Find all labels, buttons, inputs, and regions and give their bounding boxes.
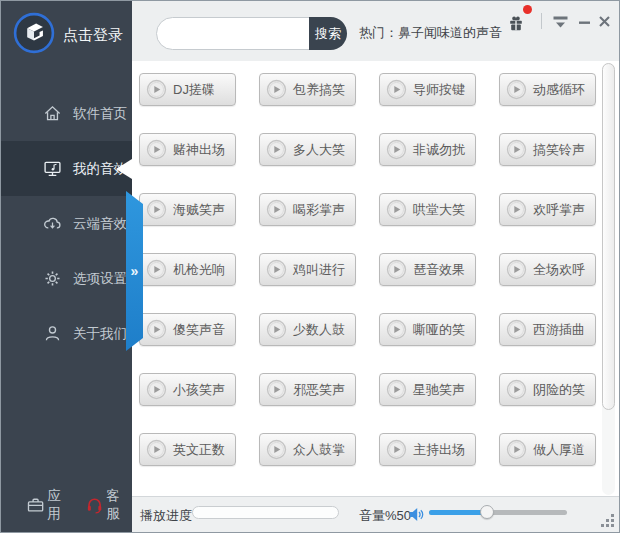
sound-button-label: 少数人鼓 — [293, 321, 345, 339]
sound-button-label: 赌神出场 — [173, 141, 225, 159]
close-icon[interactable] — [598, 15, 611, 28]
sound-button-label: 非诚勿扰 — [413, 141, 465, 159]
sound-button-label: DJ搓碟 — [173, 81, 215, 99]
footer-item-label: 客服 — [106, 487, 132, 523]
sound-button-label: 鸡叫进行 — [293, 261, 345, 279]
sound-button-label: 机枪光响 — [173, 261, 225, 279]
scrollbar-thumb[interactable] — [602, 63, 615, 410]
sidebar-item-0[interactable]: 软件首页 — [1, 86, 132, 141]
sound-button-18[interactable]: 嘶哑的笑 — [379, 313, 476, 346]
footer-item-service[interactable]: 客服 — [85, 487, 132, 523]
sound-button-8[interactable]: 海贼笑声 — [139, 193, 236, 226]
sound-button-16[interactable]: 傻笑声音 — [139, 313, 236, 346]
play-icon — [506, 79, 527, 100]
sound-button-27[interactable]: 做人厚道 — [499, 433, 596, 466]
sound-button-22[interactable]: 星驰笑声 — [379, 373, 476, 406]
playback-progress-bar[interactable] — [192, 506, 339, 519]
sound-button-5[interactable]: 多人大笑 — [259, 133, 356, 166]
sidebar-item-label: 云端音效 — [73, 215, 127, 233]
main-menu-icon[interactable] — [553, 16, 568, 29]
sound-button-12[interactable]: 机枪光响 — [139, 253, 236, 286]
play-icon — [146, 139, 167, 160]
sound-button-label: 主持出场 — [413, 441, 465, 459]
sound-button-7[interactable]: 搞笑铃声 — [499, 133, 596, 166]
sidebar-item-label: 软件首页 — [73, 105, 127, 123]
sound-button-14[interactable]: 琶音效果 — [379, 253, 476, 286]
play-icon — [506, 379, 527, 400]
sound-button-20[interactable]: 小孩笑声 — [139, 373, 236, 406]
volume-slider[interactable] — [429, 510, 567, 515]
sidebar-item-1[interactable]: 我的音效 — [1, 141, 132, 196]
sound-button-4[interactable]: 赌神出场 — [139, 133, 236, 166]
play-icon — [506, 259, 527, 280]
selected-item-notch — [116, 159, 132, 179]
sound-button-10[interactable]: 哄堂大笑 — [379, 193, 476, 226]
play-icon — [266, 259, 287, 280]
play-icon — [146, 79, 167, 100]
login-link[interactable]: 点击登录 — [63, 26, 123, 45]
search-box: 搜索 — [156, 17, 347, 50]
search-button[interactable]: 搜索 — [309, 17, 347, 50]
play-icon — [506, 319, 527, 340]
play-icon — [386, 139, 407, 160]
sound-button-label: 嘶哑的笑 — [413, 321, 465, 339]
play-icon — [266, 199, 287, 220]
app-logo[interactable] — [13, 12, 55, 54]
sound-button-label: 西游插曲 — [533, 321, 585, 339]
sound-button-label: 喝彩掌声 — [293, 201, 345, 219]
play-icon — [146, 439, 167, 460]
play-icon — [386, 79, 407, 100]
sound-button-24[interactable]: 英文正数 — [139, 433, 236, 466]
hot-keyword-link[interactable]: 热门：鼻子闻味道的声音 — [359, 24, 502, 42]
header: 搜索 热门：鼻子闻味道的声音 — [132, 1, 619, 61]
sound-button-15[interactable]: 全场欢呼 — [499, 253, 596, 286]
sound-button-3[interactable]: 动感循环 — [499, 73, 596, 106]
resize-grip[interactable] — [601, 514, 614, 527]
double-chevron-right-icon: » — [131, 264, 139, 278]
sound-button-label: 星驰笑声 — [413, 381, 465, 399]
sound-button-25[interactable]: 众人鼓掌 — [259, 433, 356, 466]
sound-button-23[interactable]: 阴险的笑 — [499, 373, 596, 406]
sound-button-label: 众人鼓掌 — [293, 441, 345, 459]
footer-item-apply[interactable]: 应用 — [26, 487, 73, 523]
play-icon — [146, 379, 167, 400]
sound-button-19[interactable]: 西游插曲 — [499, 313, 596, 346]
music-monitor-icon — [43, 159, 62, 178]
sound-button-1[interactable]: 包养搞笑 — [259, 73, 356, 106]
sound-button-label: 欢呼掌声 — [533, 201, 585, 219]
sound-button-21[interactable]: 邪恶笑声 — [259, 373, 356, 406]
search-input[interactable] — [171, 21, 310, 48]
play-icon — [386, 199, 407, 220]
volume-thumb[interactable] — [480, 505, 494, 519]
sidebar-item-3[interactable]: 选项设置 — [1, 251, 132, 306]
minimize-icon[interactable] — [578, 16, 591, 29]
sound-button-0[interactable]: DJ搓碟 — [139, 73, 236, 106]
sound-button-6[interactable]: 非诚勿扰 — [379, 133, 476, 166]
play-icon — [146, 199, 167, 220]
sound-button-label: 琶音效果 — [413, 261, 465, 279]
sound-button-11[interactable]: 欢呼掌声 — [499, 193, 596, 226]
play-icon — [146, 319, 167, 340]
play-icon — [506, 139, 527, 160]
play-icon — [386, 259, 407, 280]
panel-collapse-handle[interactable]: » — [126, 191, 143, 351]
sound-button-9[interactable]: 喝彩掌声 — [259, 193, 356, 226]
sound-button-13[interactable]: 鸡叫进行 — [259, 253, 356, 286]
play-icon — [266, 139, 287, 160]
sidebar: 点击登录 软件首页我的音效云端音效选项设置关于我们 应用客服 — [1, 1, 132, 532]
sound-button-label: 傻笑声音 — [173, 321, 225, 339]
sidebar-item-2[interactable]: 云端音效 — [1, 196, 132, 251]
sidebar-footer: 应用客服 — [1, 487, 132, 523]
progress-label: 播放进度 — [140, 507, 192, 525]
sound-button-label: 搞笑铃声 — [533, 141, 585, 159]
sidebar-item-4[interactable]: 关于我们 — [1, 306, 132, 361]
user-icon — [43, 324, 62, 343]
sound-button-17[interactable]: 少数人鼓 — [259, 313, 356, 346]
speaker-icon[interactable] — [408, 506, 425, 523]
sound-button-label: 导师按键 — [413, 81, 465, 99]
sound-button-26[interactable]: 主持出场 — [379, 433, 476, 466]
play-icon — [266, 79, 287, 100]
volume-fill — [429, 510, 487, 515]
sound-button-2[interactable]: 导师按键 — [379, 73, 476, 106]
gift-icon[interactable] — [506, 13, 526, 33]
